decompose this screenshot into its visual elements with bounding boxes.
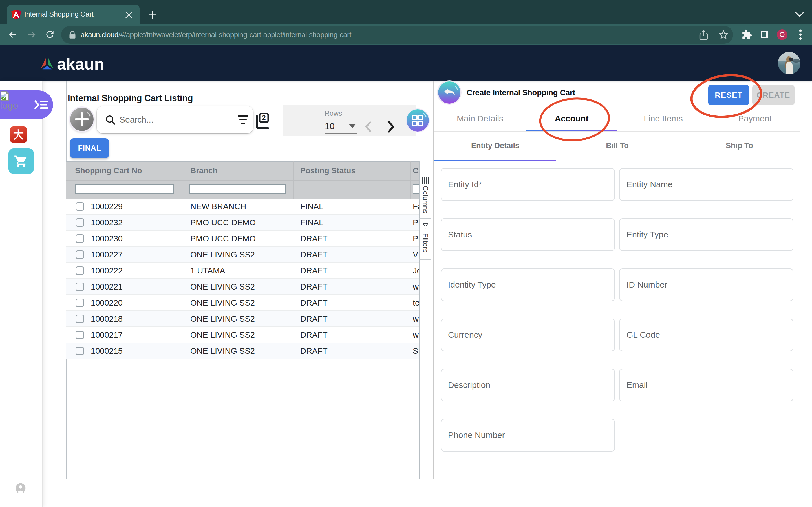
svg-text:2: 2 [262,114,266,121]
